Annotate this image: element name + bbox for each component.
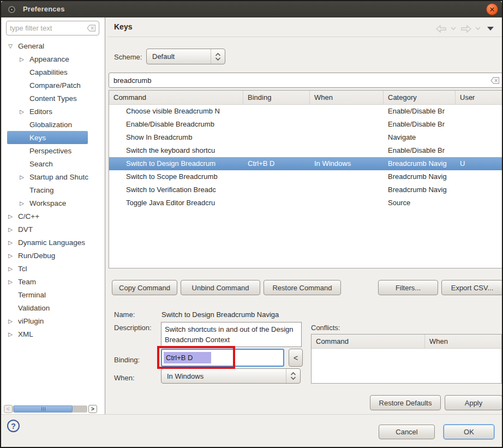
sidebar-item-team[interactable]: ▷Team [2,275,104,288]
sidebar-item-content-types[interactable]: Content Types [2,92,104,105]
sidebar-item-keys[interactable]: Keys [2,131,104,144]
forward-history-chevron-icon[interactable] [475,27,481,31]
expander-right-icon[interactable]: ▷ [18,174,26,180]
binding-label: Binding: [114,356,140,364]
table-row[interactable]: Show In BreadcrumbNavigate [109,131,503,144]
expander-right-icon[interactable]: ▷ [7,266,14,272]
ok-button[interactable]: OK [444,425,494,439]
sidebar-item-viplugin[interactable]: ▷viPlugin [2,314,104,327]
clear-filter-icon[interactable] [87,25,96,32]
column-header-command[interactable]: Command [109,91,243,104]
column-header-when[interactable]: When [310,91,384,104]
cancel-button[interactable]: Cancel [379,425,435,439]
when-select[interactable]: In Windows [161,368,301,384]
table-row[interactable]: Switch to Verification BreadcBreadcrumb … [109,183,503,196]
sidebar-item-workspace[interactable]: ▷Workspace [2,196,104,210]
forward-arrow-icon[interactable] [460,25,471,33]
table-row[interactable]: Enable/Disable BreadcrumbEnable/Disable … [109,118,503,131]
expander-right-icon[interactable]: ▷ [7,253,14,259]
command-filter-input[interactable] [113,74,484,86]
tree-filter-input[interactable] [10,22,85,34]
expander-right-icon[interactable]: ▷ [7,318,14,324]
apply-button[interactable]: Apply [445,395,502,410]
conflicts-command-column-header[interactable]: Command [312,334,425,348]
scroll-left-icon[interactable]: < [4,405,13,413]
tree-item-label: Terminal [18,291,46,299]
sidebar-item-terminal[interactable]: Terminal [2,288,104,301]
column-header-binding[interactable]: Binding [243,91,310,104]
view-menu-icon[interactable] [487,26,494,31]
sidebar-item-editors[interactable]: ▷Editors [2,105,104,118]
cell-command: Switch to Verification Breadc [109,183,243,196]
scrollbar-thumb[interactable] [14,405,73,413]
tree-filter-field[interactable] [6,21,99,35]
sidebar-item-dynamic-languages[interactable]: ▷Dynamic Languages [2,236,104,249]
cell-user [456,144,503,157]
expander-down-icon[interactable]: ▽ [7,43,14,49]
cell-command: Toggle Java Editor Breadcru [109,196,243,210]
expander-right-icon[interactable]: ▷ [7,240,14,246]
back-history-chevron-icon[interactable] [451,27,456,31]
cell-category: Breadcrumb Navig [384,157,456,170]
table-row[interactable]: Choose visible Breadcrumb NEnable/Disabl… [109,105,503,118]
sidebar-item-perspectives[interactable]: Perspectives [2,144,104,157]
column-header-user[interactable]: User [456,91,503,104]
sidebar-item-search[interactable]: Search [2,157,104,170]
clear-search-icon[interactable] [490,77,500,84]
selection-highlight [7,131,88,144]
titlebar[interactable]: Preferences ✕ [1,1,502,17]
restore-command-button[interactable]: Restore Command [264,280,341,295]
window-menu-icon[interactable] [8,6,15,13]
expander-right-icon[interactable]: ▷ [18,56,26,62]
footer-separator [1,414,502,415]
cell-when [310,131,384,144]
description-label: Description: [114,324,152,332]
sidebar-item-capabilities[interactable]: Capabilities [2,65,104,79]
sidebar-item-dvt[interactable]: ▷DVT [2,223,104,236]
tree-item-label: Tcl [18,265,27,273]
expander-right-icon[interactable]: ▷ [7,331,14,337]
expander-right-icon[interactable]: ▷ [7,213,14,219]
help-icon[interactable]: ? [7,420,20,432]
expander-right-icon[interactable]: ▷ [18,200,26,206]
capture-key-button[interactable]: < [289,349,303,367]
back-arrow-icon[interactable] [436,25,447,33]
sidebar-item-startup-and-shutc[interactable]: ▷Startup and Shutc [2,170,104,183]
expander-right-icon[interactable]: ▷ [7,226,14,232]
command-filter-field[interactable] [109,73,503,88]
sidebar-item-c-c-[interactable]: ▷C/C++ [2,210,104,223]
copy-command-button[interactable]: Copy Command [112,280,177,295]
cell-command: Enable/Disable Breadcrumb [109,118,243,131]
table-row[interactable]: Switch the keyboard shortcuEnable/Disabl… [109,144,503,157]
expander-right-icon[interactable]: ▷ [18,109,26,115]
sidebar-item-compare-patch[interactable]: Compare/Patch [2,79,104,92]
column-header-category[interactable]: Category [384,91,456,104]
unbind-command-button[interactable]: Unbind Command [181,280,260,295]
close-icon[interactable]: ✕ [486,3,498,15]
sidebar-item-appearance[interactable]: ▷Appearance [2,52,104,65]
table-row[interactable]: Switch to Design BreadcrumCtrl+B DIn Win… [109,157,503,170]
restore-defaults-button[interactable]: Restore Defaults [370,395,441,410]
scheme-select[interactable]: Default [146,49,225,64]
sidebar-item-tcl[interactable]: ▷Tcl [2,262,104,275]
sidebar-horizontal-scrollbar[interactable]: < > [2,405,105,414]
scroll-right-icon[interactable]: > [88,405,97,413]
export-csv-button[interactable]: Export CSV... [441,280,503,295]
sidebar-item-tracing[interactable]: Tracing [2,183,104,196]
cell-category: Source [384,196,456,210]
sidebar-item-globalization[interactable]: Globalization [2,118,104,131]
sidebar-item-xml[interactable]: ▷XML [2,327,104,341]
cell-binding [243,105,310,118]
sidebar-item-general[interactable]: ▽General [2,39,104,52]
cell-binding: Ctrl+B D [243,157,310,170]
sidebar-item-run-debug[interactable]: ▷Run/Debug [2,249,104,262]
table-row[interactable]: Switch to Scope BreadcrumbBreadcrumb Nav… [109,170,503,183]
scrollbar-track[interactable] [13,405,87,413]
table-row[interactable]: Toggle Java Editor BreadcruSource [109,196,503,210]
cell-command: Show In Breadcrumb [109,131,243,144]
expander-right-icon[interactable]: ▷ [7,279,14,285]
sidebar-item-validation[interactable]: Validation [2,301,104,314]
table-header-row: CommandBindingWhenCategoryUser [109,91,503,105]
conflicts-when-column-header[interactable]: When [425,334,501,348]
filters-button[interactable]: Filters... [378,280,438,295]
